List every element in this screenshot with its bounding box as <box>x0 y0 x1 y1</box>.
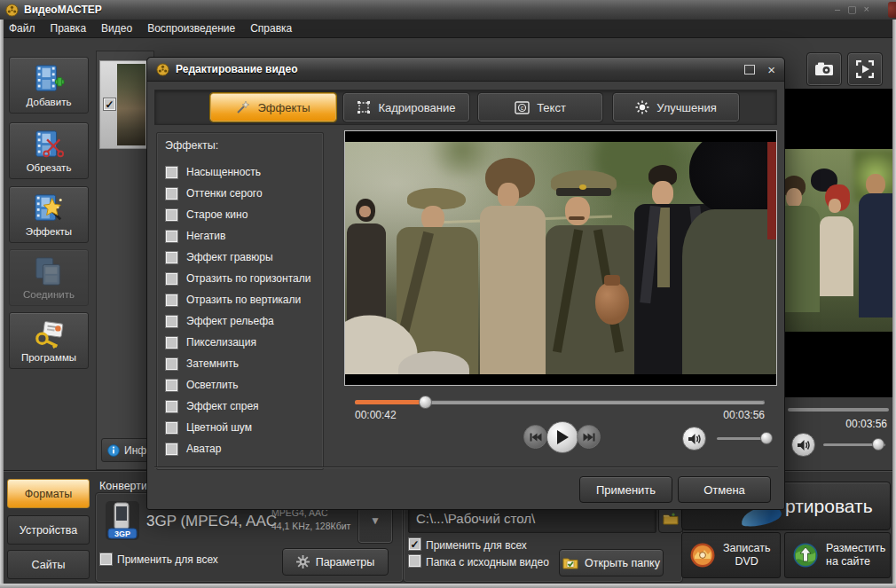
effect-checkbox[interactable] <box>166 167 177 178</box>
effect-row[interactable]: Эффект спрея <box>157 396 323 417</box>
dialog-close-button[interactable]: × <box>767 63 775 76</box>
effect-checkbox[interactable] <box>166 422 177 434</box>
effect-row[interactable]: Отразить по горизонтали <box>157 268 323 289</box>
info-icon <box>107 444 120 457</box>
preview-timeline[interactable] <box>788 408 889 412</box>
svg-text:c: c <box>521 105 524 111</box>
video-item-checkbox[interactable] <box>104 98 115 110</box>
tab-effects[interactable]: Эффекты <box>210 93 336 122</box>
snapshot-button[interactable] <box>807 53 841 85</box>
close-button-sliver[interactable] <box>888 2 896 18</box>
effect-checkbox[interactable] <box>166 252 177 263</box>
video-list-item[interactable] <box>99 60 149 149</box>
dialog-timeline[interactable] <box>355 400 765 404</box>
effect-row[interactable]: Затемнить <box>157 353 323 374</box>
folder-check-icon <box>562 556 578 569</box>
app-logo-reel-icon <box>5 4 19 17</box>
effect-label: Эффект рельефа <box>186 315 274 327</box>
effect-row[interactable]: Цветной шум <box>157 417 323 438</box>
effect-checkbox[interactable] <box>166 231 177 242</box>
add-video-button[interactable]: Добавить <box>9 57 89 114</box>
dialog-title-bar: Редактирование видео × <box>147 58 784 82</box>
window-title: ВидеоМАСТЕР <box>24 4 102 16</box>
effect-checkbox[interactable] <box>166 316 177 327</box>
menu-item[interactable]: Видео <box>101 22 132 35</box>
preview-volume-knob[interactable] <box>872 438 884 451</box>
window-controls[interactable]: –▢× <box>835 4 869 15</box>
title-bar: ВидеоМАСТЕР –▢× <box>0 0 896 20</box>
apply-all-formats-checkbox[interactable] <box>100 553 112 565</box>
effect-checkbox[interactable] <box>166 358 177 370</box>
parameters-button[interactable]: Параметры <box>282 548 389 576</box>
info-button[interactable]: Инф <box>101 438 153 462</box>
effect-label: Негатив <box>186 230 225 242</box>
film-add-icon <box>32 64 66 94</box>
window-frame-bottom <box>0 584 896 588</box>
menu-item[interactable]: Справка <box>250 22 292 35</box>
tab-text[interactable]: c Текст <box>478 93 602 122</box>
film-cut-icon <box>32 129 66 160</box>
gear-icon <box>296 555 310 568</box>
fullscreen-play-button[interactable] <box>848 53 882 85</box>
menu-item[interactable]: Правка <box>51 22 87 35</box>
dialog-volume-knob[interactable] <box>760 432 773 444</box>
effect-row[interactable]: Оттенки серого <box>157 183 323 204</box>
effect-label: Затемнить <box>186 357 239 370</box>
prev-frame-button[interactable] <box>523 425 547 449</box>
programs-button[interactable]: Программы <box>9 312 89 369</box>
play-button[interactable] <box>546 421 578 453</box>
dialog-mute-button[interactable] <box>682 427 706 451</box>
effect-checkbox[interactable] <box>166 188 177 200</box>
effect-checkbox[interactable] <box>166 209 177 221</box>
effect-label: Эффект гравюры <box>186 251 273 263</box>
effect-row[interactable]: Аватар <box>157 438 323 459</box>
fullscreen-play-icon <box>856 60 874 78</box>
tab-sites[interactable]: Сайты <box>7 550 90 579</box>
trim-video-button[interactable]: Обрезать <box>9 122 89 179</box>
effect-row[interactable]: Негатив <box>157 225 323 247</box>
chevron-down-icon: ▼ <box>370 514 381 527</box>
effect-row[interactable]: Насыщенность <box>157 161 323 183</box>
next-frame-button[interactable] <box>577 425 601 449</box>
dialog-timeline-progress <box>355 400 424 404</box>
effect-label: Пикселизация <box>186 336 256 349</box>
preview-mute-button[interactable] <box>791 433 815 457</box>
effect-row[interactable]: Старое кино <box>157 204 323 225</box>
dialog-timeline-knob[interactable] <box>419 396 432 409</box>
convert-button-label: ртировать <box>785 496 873 517</box>
dialog-minimize-button[interactable] <box>744 65 755 74</box>
effect-row[interactable]: Эффект гравюры <box>157 247 323 268</box>
effect-checkbox[interactable] <box>166 443 177 455</box>
burn-dvd-button[interactable]: ЗаписатьDVD <box>681 532 781 578</box>
open-folder-button[interactable]: Открыть папку <box>559 549 664 576</box>
publish-site-button[interactable]: Разместитьна сайте <box>784 532 891 578</box>
apply-button[interactable]: Применить <box>579 476 672 503</box>
menu-item[interactable]: Файл <box>9 22 35 35</box>
dvd-disc-icon <box>689 542 716 568</box>
effect-row[interactable]: Осветлить <box>157 374 323 396</box>
text-stamp-icon: c <box>515 101 530 114</box>
effect-row[interactable]: Эффект рельефа <box>157 310 323 332</box>
tab-crop[interactable]: Кадрирование <box>343 93 469 122</box>
effects-button[interactable]: Эффекты <box>9 186 89 243</box>
effect-row[interactable]: Пикселизация <box>157 332 323 353</box>
menu-item[interactable]: Воспроизведение <box>147 22 235 35</box>
effect-checkbox[interactable] <box>166 337 177 349</box>
apply-all-output-checkbox[interactable] <box>409 538 420 550</box>
tab-formats[interactable]: Форматы <box>7 479 90 508</box>
dialog-volume-slider[interactable] <box>717 437 766 440</box>
effect-checkbox[interactable] <box>166 273 177 285</box>
cancel-button[interactable]: Отмена <box>678 476 771 503</box>
dialog-tab-bar: Эффекты Кадрирование c Текст <box>154 90 777 125</box>
effect-checkbox[interactable] <box>166 380 177 391</box>
effect-checkbox[interactable] <box>166 401 177 412</box>
effects-panel: Эффекты: Насыщенность Оттенки серого Ста… <box>156 132 324 470</box>
tab-enhance[interactable]: Улучшения <box>613 93 739 122</box>
effect-row[interactable]: Отразить по вертикали <box>157 289 323 310</box>
effects-header: Эффекты: <box>165 139 218 152</box>
format-detail-2: 44,1 KHz, 128Кбит <box>271 521 350 532</box>
source-folder-checkbox[interactable] <box>409 555 420 567</box>
effect-checkbox[interactable] <box>166 294 177 306</box>
effect-label: Цветной шум <box>186 421 252 434</box>
tab-devices[interactable]: Устройства <box>7 515 90 545</box>
